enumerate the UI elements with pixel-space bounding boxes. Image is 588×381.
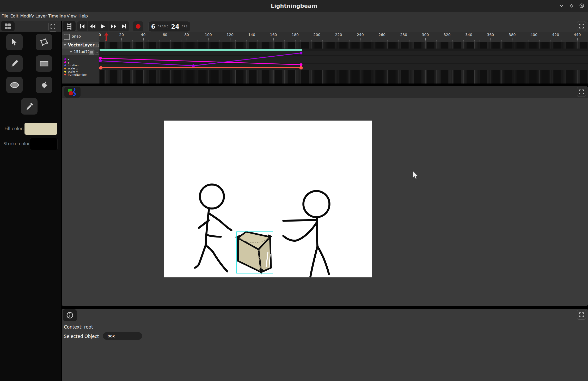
scene-tab[interactable] — [64, 87, 81, 98]
grid-view-button[interactable] — [1, 21, 15, 31]
keyframe-dot-frameNumber[interactable] — [299, 66, 303, 70]
node-edit-icon — [39, 38, 49, 46]
layer-visibility-button[interactable] — [89, 50, 94, 55]
ruler-minor-ticks — [99, 40, 588, 41]
menu-item-layer[interactable]: Layer — [35, 14, 47, 19]
property-row-x[interactable]: x — [62, 58, 99, 61]
maximize-icon — [569, 4, 574, 8]
canvas-expand-button[interactable] — [577, 87, 586, 97]
info-tab[interactable] — [63, 309, 77, 321]
context-text: Context: root — [64, 324, 93, 330]
keyframe-dot-x[interactable] — [99, 59, 102, 62]
maximize-button[interactable] — [568, 2, 575, 9]
keyframe-dot-frameNumber[interactable] — [99, 66, 103, 70]
keyframe-dot-y[interactable] — [99, 57, 102, 60]
ruler-label: 200 — [313, 33, 320, 37]
layer-name: VectorLayer[L] — [68, 43, 99, 47]
menu-item-timeline[interactable]: Timeline — [48, 14, 66, 19]
skip-end-icon — [122, 24, 126, 28]
stage[interactable] — [164, 121, 372, 277]
close-button[interactable] — [578, 2, 585, 9]
record-button[interactable] — [133, 21, 143, 31]
frame-fps-display[interactable]: 6 FRAME 24 FPS — [149, 21, 190, 32]
menu-item-edit[interactable]: Edit — [10, 14, 19, 19]
stroke-color-label: Stroke color: — [3, 141, 31, 146]
close-icon — [579, 3, 584, 8]
ruler-label: 320 — [444, 33, 451, 37]
ruler-label: 260 — [378, 33, 385, 37]
selected-object-field[interactable]: box — [103, 332, 142, 340]
tool-eyedropper-button[interactable] — [21, 98, 38, 115]
property-name: frameNumber — [68, 73, 87, 76]
play-button[interactable] — [98, 21, 108, 31]
property-name: y — [68, 61, 69, 64]
timeline-track[interactable] — [99, 42, 588, 84]
film-button[interactable] — [63, 21, 76, 31]
playback-controls — [77, 21, 129, 31]
keyframe-dot-x[interactable] — [300, 52, 303, 55]
skip-to-start-button[interactable] — [77, 21, 87, 31]
menu-item-view[interactable]: View — [67, 14, 77, 19]
left-stick-figure — [195, 184, 231, 271]
toolbox-expand-button[interactable] — [48, 22, 57, 32]
ruler-label: 400 — [530, 33, 537, 37]
stage-drawing — [164, 121, 372, 277]
ruler-label: 440 — [574, 33, 581, 37]
ruler-label: 160 — [270, 33, 277, 37]
playhead[interactable] — [104, 32, 108, 42]
tool-select-button[interactable] — [6, 34, 23, 50]
rectangle-icon — [39, 60, 49, 67]
keyframe-curves[interactable] — [99, 42, 588, 84]
fps-value[interactable]: 24 — [171, 23, 179, 30]
ruler-label: 120 — [226, 33, 234, 37]
skip-to-end-button[interactable] — [119, 21, 129, 31]
snap-checkbox[interactable] — [64, 34, 70, 40]
menu-bar: FileEditModifyLayerTimelineViewHelp — [0, 12, 588, 21]
pencil-icon — [10, 59, 19, 68]
tool-paint-bucket-button[interactable] — [36, 77, 52, 93]
object-collapse-caret-icon[interactable] — [70, 51, 72, 53]
menu-item-modify[interactable]: Modify — [20, 14, 34, 19]
property-color-dot — [64, 71, 66, 73]
property-row-rotation[interactable]: rotation — [62, 64, 99, 67]
layer-tween-button[interactable]: ~ — [95, 50, 100, 55]
timeline-expand-button[interactable] — [577, 21, 586, 31]
property-row-frameNumber[interactable]: frameNumber — [62, 73, 99, 76]
fill-color-swatch[interactable] — [24, 123, 57, 135]
ruler-label: 360 — [487, 33, 494, 37]
fast-forward-button[interactable] — [108, 21, 119, 31]
minimize-icon — [559, 4, 564, 7]
ruler-label: 240 — [357, 33, 364, 37]
property-row-y[interactable]: y — [62, 61, 99, 64]
inspector-panel: Context: root Selected Object box — [62, 309, 588, 381]
keyframe-dot-x[interactable] — [192, 64, 195, 67]
menu-item-help[interactable]: Help — [78, 14, 88, 19]
rewind-button[interactable] — [88, 21, 98, 31]
property-row-scale_x[interactable]: scale_x — [62, 67, 99, 70]
record-icon — [136, 24, 141, 29]
layer-collapse-caret-icon[interactable] — [64, 44, 66, 46]
tool-node-edit-button[interactable] — [36, 34, 52, 50]
box-object[interactable] — [235, 232, 272, 275]
paint-bucket-icon — [40, 81, 48, 90]
ruler-label: 20 — [119, 33, 124, 37]
layer-row-object[interactable]: 151ad70a… ~ — [62, 49, 99, 55]
tool-pencil-button[interactable] — [6, 55, 23, 72]
tool-rectangle-button[interactable] — [36, 55, 52, 72]
timeline-ruler[interactable]: 0204060801001201401601802002202402602803… — [99, 32, 588, 42]
lifetime-bar[interactable] — [100, 49, 302, 51]
keyframe-dot-y[interactable] — [300, 63, 303, 66]
layer-row-vectorlayer[interactable]: VectorLayer[L] — [62, 42, 99, 49]
property-name: scale_y — [68, 70, 78, 73]
expand-icon — [579, 23, 584, 29]
tool-ellipse-button[interactable] — [6, 77, 23, 93]
frame-number-value[interactable]: 6 — [151, 23, 155, 30]
minimize-button[interactable] — [558, 2, 565, 9]
stroke-color-swatch[interactable] — [30, 138, 58, 150]
property-row-scale_y[interactable]: scale_y — [62, 70, 99, 73]
curve-y[interactable] — [100, 58, 301, 65]
inspector-expand-button[interactable] — [577, 310, 586, 320]
ruler-label: 80 — [184, 33, 189, 37]
menu-item-file[interactable]: File — [2, 14, 9, 19]
expand-icon — [579, 312, 584, 318]
